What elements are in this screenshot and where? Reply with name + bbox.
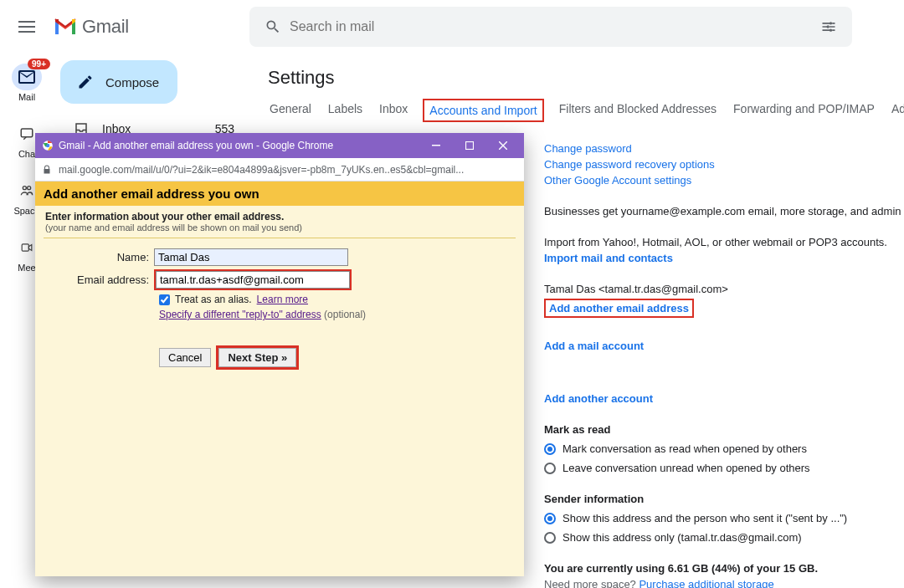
tab-inbox[interactable]: Inbox	[378, 99, 409, 122]
import-text: Import from Yahoo!, Hotmail, AOL, or oth…	[544, 236, 904, 248]
popup-address-bar[interactable]: mail.google.com/mail/u/0/?ui=2&ik=e804a4…	[35, 158, 524, 182]
minimize-icon[interactable]	[422, 133, 450, 158]
popup-fineprint: (your name and email address will be sho…	[45, 222, 514, 233]
menu-icon[interactable]	[7, 7, 47, 47]
popup-add-email: Gmail - Add another email address you ow…	[35, 133, 524, 576]
email-input[interactable]	[156, 271, 350, 289]
link-add-another-account[interactable]: Add another account	[544, 392, 904, 405]
name-label: Name:	[45, 251, 154, 263]
radio-icon	[544, 532, 556, 544]
svg-rect-12	[466, 142, 474, 150]
lock-icon	[42, 165, 52, 175]
gmail-logo[interactable]: Gmail	[54, 16, 129, 38]
radio-icon	[544, 513, 556, 524]
popup-subtitle: Enter information about your other email…	[45, 211, 514, 222]
chrome-icon	[42, 140, 54, 151]
tab-forwarding[interactable]: Forwarding and POP/IMAP	[732, 99, 876, 122]
link-change-password[interactable]: Change password	[544, 142, 904, 155]
close-icon[interactable]	[489, 133, 517, 158]
sender-info-title: Sender information	[544, 493, 904, 505]
email-label: Email address:	[45, 274, 154, 286]
compose-button[interactable]: Compose	[60, 60, 177, 104]
mail-badge: 99+	[28, 59, 50, 69]
user-identity: Tamal Das <tamal.tr.das@gmail.com>	[544, 283, 904, 295]
radio-icon	[544, 443, 556, 455]
popup-titlebar[interactable]: Gmail - Add another email address you ow…	[35, 133, 524, 158]
svg-point-3	[826, 25, 829, 28]
rail-label: Mail	[18, 92, 35, 102]
svg-point-6	[23, 187, 26, 190]
mark-as-read-title: Mark as read	[544, 423, 904, 436]
svg-rect-8	[22, 244, 28, 251]
tab-addons[interactable]: Add-ons	[890, 99, 904, 122]
pencil-icon	[77, 74, 94, 90]
settings-title: Settings	[268, 67, 904, 89]
cancel-button[interactable]: Cancel	[159, 348, 211, 367]
svg-point-7	[28, 187, 31, 190]
link-change-recovery[interactable]: Change password recovery options	[544, 158, 904, 171]
storage-line: You are currently using 6.61 GB (44%) of…	[544, 562, 904, 575]
radio-show-sent-by[interactable]: Show this address and the person who sen…	[544, 512, 904, 524]
search-input[interactable]	[290, 19, 812, 34]
maximize-icon[interactable]	[455, 133, 484, 158]
logo-text: Gmail	[82, 16, 129, 38]
popup-url-text: mail.google.com/mail/u/0/?ui=2&ik=e804a4…	[59, 164, 464, 176]
reply-to-row: Specify a different "reply-to" address (…	[159, 309, 514, 320]
alias-row[interactable]: Treat as an alias. Learn more	[159, 294, 514, 305]
link-learn-more[interactable]: Learn more	[257, 294, 308, 305]
radio-icon	[544, 463, 556, 474]
radio-mark-read[interactable]: Mark conversation as read when opened by…	[544, 442, 904, 455]
svg-rect-11	[432, 145, 440, 146]
search-bar[interactable]	[249, 7, 852, 47]
radio-show-address-only[interactable]: Show this address only (tamal.tr.das@gma…	[544, 531, 904, 544]
tune-icon[interactable]	[812, 18, 845, 35]
business-text: Businesses get yourname@example.com emai…	[544, 205, 904, 217]
settings-tabs: General Labels Inbox Accounts and Import…	[268, 99, 904, 127]
popup-heading: Add another email address you own	[35, 182, 524, 206]
rail-item-mail[interactable]: 99+ Mail	[12, 64, 42, 102]
radio-leave-unread[interactable]: Leave conversation unread when opened by…	[544, 462, 904, 474]
link-import-mail[interactable]: Import mail and contacts	[544, 252, 904, 264]
tab-accounts-import[interactable]: Accounts and Import	[423, 99, 543, 122]
app-header: Gmail	[0, 0, 904, 54]
name-input[interactable]	[154, 248, 348, 266]
tab-filters[interactable]: Filters and Blocked Addresses	[557, 99, 718, 122]
link-purchase-storage[interactable]: Purchase additional storage	[639, 578, 773, 588]
form-row-name: Name:	[45, 248, 514, 266]
svg-point-4	[830, 28, 832, 31]
storage-sub: Need more space? Purchase additional sto…	[544, 578, 904, 588]
tab-labels[interactable]: Labels	[326, 99, 364, 122]
tab-general[interactable]: General	[268, 99, 313, 122]
search-icon[interactable]	[256, 18, 290, 35]
alias-checkbox[interactable]	[159, 294, 170, 305]
svg-point-2	[830, 22, 832, 24]
next-step-highlight: Next Step »	[216, 345, 299, 370]
link-other-account-settings[interactable]: Other Google Account settings	[544, 174, 904, 187]
link-add-mail-account[interactable]: Add a mail account	[544, 340, 904, 352]
link-reply-to[interactable]: Specify a different "reply-to" address	[159, 309, 321, 320]
alias-label: Treat as an alias.	[175, 294, 252, 305]
link-add-another-email[interactable]: Add another email address	[549, 302, 689, 314]
form-row-email: Email address:	[45, 269, 514, 290]
popup-title: Gmail - Add another email address you ow…	[59, 140, 417, 151]
compose-label: Compose	[105, 75, 159, 89]
next-step-button[interactable]: Next Step »	[218, 348, 296, 367]
